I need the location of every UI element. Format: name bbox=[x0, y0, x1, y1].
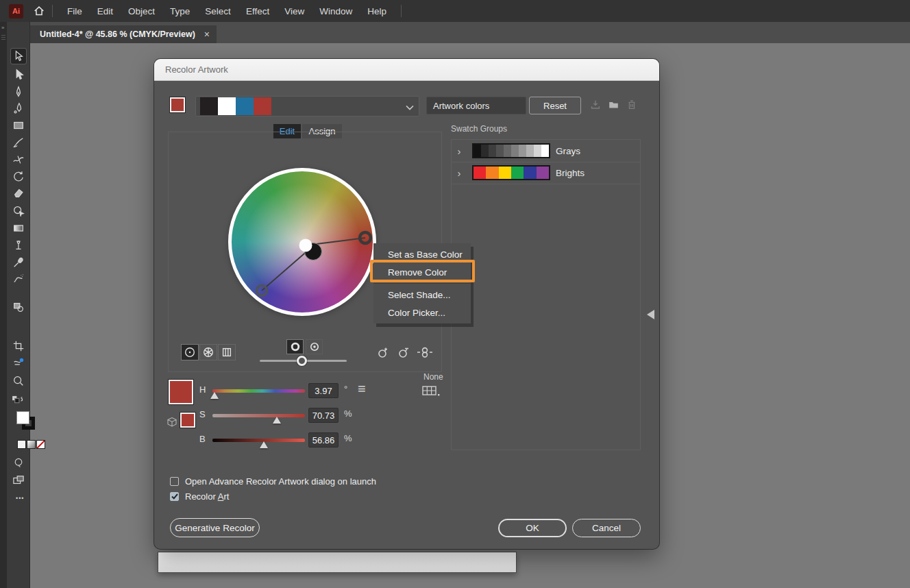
menu-help[interactable]: Help bbox=[360, 6, 394, 16]
menu-effect[interactable]: Effect bbox=[238, 6, 277, 16]
color-library-icon[interactable] bbox=[422, 386, 440, 397]
swatch[interactable] bbox=[534, 145, 541, 157]
menu-object[interactable]: Object bbox=[121, 6, 162, 16]
annotation-tool[interactable] bbox=[11, 356, 26, 371]
menu-item-color-picker[interactable]: Color Picker... bbox=[373, 304, 471, 321]
swatch[interactable] bbox=[474, 167, 486, 179]
selection-tool[interactable] bbox=[11, 49, 26, 64]
hue-slider-handle[interactable] bbox=[210, 392, 219, 399]
shape-builder-tool[interactable] bbox=[11, 299, 26, 315]
swatch-group-row-brights[interactable]: › Brights bbox=[452, 162, 640, 184]
swap-fill-stroke-icon[interactable] bbox=[11, 393, 26, 408]
swatch[interactable] bbox=[524, 167, 536, 179]
dialog-title-bar[interactable]: Recolor Artwork bbox=[154, 59, 659, 81]
brightness-hsb-slider-handle[interactable] bbox=[260, 441, 268, 448]
artwork-colors-input[interactable]: Artwork colors bbox=[426, 97, 526, 114]
swatch[interactable] bbox=[218, 97, 236, 115]
add-color-icon[interactable] bbox=[376, 345, 391, 360]
expand-chevron-icon[interactable]: › bbox=[452, 145, 467, 157]
hue-value-input[interactable]: 3.97 bbox=[308, 383, 339, 398]
menu-view[interactable]: View bbox=[277, 6, 312, 16]
remove-color-icon[interactable] bbox=[397, 345, 412, 360]
swatch[interactable] bbox=[499, 167, 511, 179]
folder-icon[interactable] bbox=[607, 99, 620, 111]
base-color-swatch[interactable] bbox=[170, 97, 185, 112]
menu-file[interactable]: File bbox=[60, 6, 90, 16]
pen-tool[interactable] bbox=[11, 84, 26, 99]
menu-edit[interactable]: Edit bbox=[90, 6, 121, 16]
tab-close-icon[interactable]: × bbox=[204, 29, 210, 40]
swatch[interactable] bbox=[496, 145, 504, 157]
gradient-tool[interactable] bbox=[11, 221, 26, 236]
swatch[interactable] bbox=[486, 167, 498, 179]
current-color-swatch[interactable] bbox=[169, 380, 193, 404]
saturation-slider-track[interactable] bbox=[212, 414, 305, 417]
swatch[interactable] bbox=[537, 167, 549, 179]
color-group-dropdown[interactable] bbox=[195, 96, 419, 117]
trash-icon[interactable] bbox=[626, 99, 637, 111]
cancel-button[interactable]: Cancel bbox=[572, 519, 641, 537]
swatch[interactable] bbox=[254, 97, 271, 115]
puppet-warp-tool[interactable] bbox=[11, 238, 26, 253]
hue-slider-track[interactable] bbox=[212, 389, 305, 393]
hsb-menu-icon[interactable]: ≡ bbox=[358, 381, 366, 397]
curvature-tool[interactable] bbox=[11, 101, 26, 116]
swatch[interactable] bbox=[526, 145, 534, 157]
artboard-tool[interactable] bbox=[11, 339, 26, 354]
swatch[interactable] bbox=[236, 97, 254, 115]
brightness-value-input[interactable]: 56.86 bbox=[308, 432, 339, 448]
menu-type[interactable]: Type bbox=[162, 6, 197, 16]
open-advance-dialog-checkbox[interactable] bbox=[170, 477, 179, 486]
rotate-tool[interactable] bbox=[11, 169, 26, 184]
menu-select[interactable]: Select bbox=[197, 6, 238, 16]
save-group-icon[interactable] bbox=[589, 99, 602, 111]
swatch[interactable] bbox=[511, 167, 524, 179]
swatch[interactable] bbox=[511, 145, 519, 157]
shaper-tool[interactable] bbox=[11, 152, 26, 167]
screen-mode-icon[interactable] bbox=[11, 455, 26, 470]
recolor-art-checkbox[interactable] bbox=[170, 492, 179, 501]
rectangle-tool[interactable] bbox=[11, 118, 26, 133]
brightness-slider-handle[interactable] bbox=[297, 356, 307, 366]
expand-chevron-icon[interactable]: › bbox=[452, 167, 467, 179]
fill-stroke-indicator[interactable] bbox=[16, 411, 40, 434]
chevron-down-icon[interactable] bbox=[406, 105, 414, 110]
panel-collapse-arrow-icon[interactable] bbox=[647, 310, 654, 319]
swatch[interactable] bbox=[504, 145, 511, 157]
eyedropper-tool[interactable] bbox=[11, 255, 26, 270]
dock-collapse-icon[interactable]: » bbox=[0, 22, 7, 31]
color-bars-view-button[interactable] bbox=[218, 344, 236, 360]
reset-button[interactable]: Reset bbox=[529, 97, 581, 114]
menu-item-select-shade[interactable]: Select Shade... bbox=[373, 286, 471, 304]
more-tools-button[interactable]: ••• bbox=[16, 495, 24, 502]
swatch[interactable] bbox=[541, 145, 549, 157]
zoom-tool[interactable] bbox=[11, 373, 26, 389]
swatch[interactable] bbox=[481, 145, 489, 157]
ok-button[interactable]: OK bbox=[498, 519, 567, 537]
link-harmony-colors-icon[interactable] bbox=[416, 345, 434, 360]
white-center-marker[interactable] bbox=[299, 239, 312, 252]
generative-recolor-button[interactable]: Generative Recolor bbox=[170, 518, 260, 537]
home-icon[interactable] bbox=[33, 5, 45, 17]
fill-color-box[interactable] bbox=[16, 411, 29, 424]
color-white-button[interactable] bbox=[17, 440, 26, 449]
swatch[interactable] bbox=[200, 97, 218, 115]
swatch[interactable] bbox=[489, 145, 496, 157]
rotate-view-tool[interactable] bbox=[11, 203, 26, 218]
document-tab[interactable]: Untitled-4* @ 45.86 % (CMYK/Preview) × bbox=[30, 25, 217, 43]
paintbrush-tool[interactable] bbox=[11, 135, 26, 150]
app-logo-icon[interactable]: Ai bbox=[9, 4, 23, 19]
eraser-tool[interactable] bbox=[11, 186, 26, 201]
small-marker-toggle[interactable] bbox=[306, 339, 323, 354]
segmented-wheel-view-button[interactable] bbox=[199, 344, 217, 360]
draw-mode-icon[interactable] bbox=[11, 473, 26, 488]
swatch-group-row-grays[interactable]: › Grays bbox=[452, 140, 640, 162]
smooth-wheel-view-button[interactable] bbox=[181, 344, 199, 360]
saturation-slider-handle[interactable] bbox=[273, 417, 281, 424]
symbol-sprayer-tool[interactable] bbox=[11, 271, 26, 286]
menu-window[interactable]: Window bbox=[312, 6, 360, 16]
swatch[interactable] bbox=[474, 145, 481, 157]
linked-color-swatch[interactable] bbox=[180, 413, 195, 428]
color-none-button[interactable] bbox=[36, 440, 45, 449]
saturation-value-input[interactable]: 70.73 bbox=[308, 408, 339, 423]
